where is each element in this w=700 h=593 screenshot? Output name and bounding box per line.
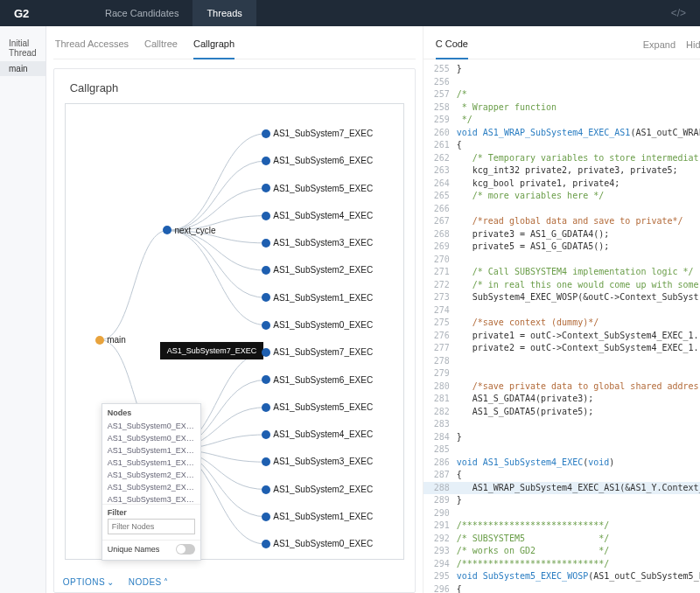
code-line[interactable]: 293/* works on GD2 */ bbox=[424, 545, 700, 558]
code-line[interactable]: 257/* bbox=[424, 88, 700, 101]
code-line[interactable]: 287{ bbox=[424, 469, 700, 482]
code-line[interactable]: 279 bbox=[424, 367, 700, 380]
code-line[interactable]: 281 AS1_S_GDATA4(private3); bbox=[424, 393, 700, 406]
nodes-button[interactable]: NODES ˄ bbox=[129, 577, 169, 587]
code-line[interactable]: 267 /*read global data and save to priva… bbox=[424, 215, 700, 228]
node-bot-3[interactable] bbox=[262, 430, 270, 439]
node-bot-7[interactable] bbox=[262, 540, 270, 548]
node-main[interactable] bbox=[95, 336, 104, 345]
sidebar-item-main[interactable]: main bbox=[0, 61, 46, 76]
tab-calltree[interactable]: Calltree bbox=[144, 38, 178, 59]
node-top-5[interactable] bbox=[262, 266, 270, 275]
node-bot-1-label: AS1_SubSystem6_EXEC bbox=[273, 375, 373, 385]
nodes-dd-item[interactable]: AS1_SubSystem0_EXEC bbox=[102, 420, 200, 432]
nodes-dd-item[interactable]: AS1_SubSystem3_EXEC bbox=[102, 493, 200, 504]
nodes-filter-input[interactable] bbox=[108, 519, 195, 534]
line-number: 266 bbox=[424, 203, 457, 216]
nodes-dd-list[interactable]: AS1_SubSystem0_EXECAS1_SubSystem0_EXECAS… bbox=[102, 420, 200, 504]
hide-button[interactable]: Hide bbox=[686, 39, 700, 59]
code-body[interactable]: 255}256 257/*258 * Wrapper function259 *… bbox=[424, 59, 700, 593]
code-line[interactable]: 295void SubSystem5_EXEC_WOSP(AS1_outC_Su… bbox=[424, 570, 700, 583]
code-line[interactable]: 263 kcg_int32 private2, private3, privat… bbox=[424, 164, 700, 178]
node-tooltip: AS1_SubSystem7_EXEC bbox=[160, 342, 264, 359]
node-bot-5[interactable] bbox=[262, 485, 270, 494]
tab-thread-accesses[interactable]: Thread Accesses bbox=[55, 38, 129, 59]
node-top-2[interactable] bbox=[262, 184, 270, 192]
code-line[interactable]: 292/* SUBSYSTEM5 */ bbox=[424, 533, 700, 546]
node-bot-6[interactable] bbox=[262, 513, 270, 521]
code-line[interactable]: 271 /* Call SUBSYSTEM4 implementation lo… bbox=[424, 266, 700, 279]
nodes-dd-item[interactable]: AS1_SubSystem0_EXEC bbox=[102, 432, 200, 444]
node-top-7-label: AS1_SubSystem0_EXEC bbox=[273, 320, 373, 330]
line-number: 281 bbox=[424, 393, 457, 406]
node-top-7[interactable] bbox=[262, 321, 270, 330]
code-line[interactable]: 256 bbox=[424, 76, 700, 89]
nodes-dd-item[interactable]: AS1_SubSystem2_EXEC bbox=[102, 481, 200, 493]
line-number: 265 bbox=[424, 190, 457, 203]
code-line[interactable]: 275 /*save context (dummy)*/ bbox=[424, 317, 700, 330]
code-line[interactable]: 255} bbox=[424, 63, 700, 76]
line-number: 291 bbox=[424, 520, 457, 533]
options-button[interactable]: OPTIONS ⌄ bbox=[63, 577, 115, 587]
node-next-cycle[interactable] bbox=[163, 226, 172, 234]
code-line[interactable]: 294/***************************/ bbox=[424, 558, 700, 571]
nodes-dd-item[interactable]: AS1_SubSystem1_EXEC bbox=[102, 457, 200, 469]
code-line[interactable]: 260void AS1_WRAP_SubSystem4_EXEC_AS1(AS1… bbox=[424, 127, 700, 140]
code-line[interactable]: 261{ bbox=[424, 139, 700, 152]
code-line[interactable]: 296{ bbox=[424, 583, 700, 594]
node-top-1[interactable] bbox=[262, 157, 270, 165]
code-line[interactable]: 274 bbox=[424, 304, 700, 317]
unique-names-label: Unique Names bbox=[108, 545, 160, 554]
expand-button[interactable]: Expand bbox=[643, 39, 676, 59]
code-line[interactable]: 268 private3 = AS1_G_GDATA4(); bbox=[424, 228, 700, 241]
line-content: AS1_WRAP_SubSystem4_EXEC_AS1(&AS1_Y.Cont… bbox=[457, 482, 700, 495]
node-bot-2[interactable] bbox=[262, 403, 270, 412]
line-content: /***************************/ bbox=[457, 520, 610, 533]
code-line[interactable]: 285 bbox=[424, 443, 700, 457]
chevron-up-icon: ˄ bbox=[164, 577, 169, 587]
nodes-dd-item[interactable]: AS1_SubSystem1_EXEC bbox=[102, 444, 200, 457]
code-line[interactable]: 269 private5 = AS1_G_GDATA5(); bbox=[424, 241, 700, 254]
line-content bbox=[457, 418, 462, 431]
code-line[interactable]: 286void AS1_SubSystem4_EXEC(void) bbox=[424, 457, 700, 470]
node-top-3[interactable] bbox=[262, 212, 270, 220]
nodes-filter-dropdown: Nodes AS1_SubSystem0_EXECAS1_SubSystem0_… bbox=[102, 403, 201, 561]
code-line[interactable]: 277 private2 = outC->Context_SubSystem4_… bbox=[424, 342, 700, 355]
code-line[interactable]: 291/***************************/ bbox=[424, 520, 700, 533]
node-top-6[interactable] bbox=[262, 293, 270, 302]
tab-threads[interactable]: Threads bbox=[192, 0, 256, 26]
node-top-4[interactable] bbox=[262, 239, 270, 248]
code-line[interactable]: 280 /*save private data to global shared… bbox=[424, 380, 700, 394]
line-number: 263 bbox=[424, 164, 457, 178]
tab-callgraph[interactable]: Callgraph bbox=[193, 38, 234, 59]
line-number: 270 bbox=[424, 254, 457, 267]
code-line[interactable]: 288 AS1_WRAP_SubSystem4_EXEC_AS1(&AS1_Y.… bbox=[424, 482, 700, 495]
code-line[interactable]: 273 SubSystem4_EXEC_WOSP(&outC->Context_… bbox=[424, 291, 700, 304]
code-line[interactable]: 270 bbox=[424, 254, 700, 267]
code-line[interactable]: 259 */ bbox=[424, 114, 700, 127]
line-number: 285 bbox=[424, 443, 457, 457]
code-line[interactable]: 290 bbox=[424, 507, 700, 520]
code-line[interactable]: 283 bbox=[424, 418, 700, 431]
code-line[interactable]: 264 kcg_bool private1, private4; bbox=[424, 178, 700, 191]
code-line[interactable]: 266 bbox=[424, 203, 700, 216]
unique-names-toggle[interactable] bbox=[176, 544, 195, 555]
node-bot-0[interactable] bbox=[262, 348, 270, 357]
code-line[interactable]: 282 AS1_S_GDATA5(private5); bbox=[424, 406, 700, 419]
line-content: } bbox=[457, 494, 462, 507]
node-bot-1[interactable] bbox=[262, 375, 270, 384]
nodes-dd-item[interactable]: AS1_SubSystem2_EXEC bbox=[102, 469, 200, 481]
code-line[interactable]: 262 /* Temporary variables to store inte… bbox=[424, 152, 700, 165]
node-top-0[interactable] bbox=[262, 129, 270, 138]
tab-race-candidates[interactable]: Race Candidates bbox=[91, 0, 192, 26]
code-line[interactable]: 284} bbox=[424, 431, 700, 444]
code-line[interactable]: 272 /* in real this one would come up wi… bbox=[424, 279, 700, 292]
code-line[interactable]: 265 /* more variables here */ bbox=[424, 190, 700, 203]
line-number: 257 bbox=[424, 88, 457, 101]
node-bot-4[interactable] bbox=[262, 457, 270, 466]
code-line[interactable]: 258 * Wrapper function bbox=[424, 101, 700, 115]
code-line[interactable]: 278 bbox=[424, 355, 700, 368]
code-line[interactable]: 289} bbox=[424, 494, 700, 507]
code-line[interactable]: 276 private1 = outC->Context_SubSystem4_… bbox=[424, 330, 700, 343]
code-icon[interactable]: </> bbox=[671, 7, 686, 19]
